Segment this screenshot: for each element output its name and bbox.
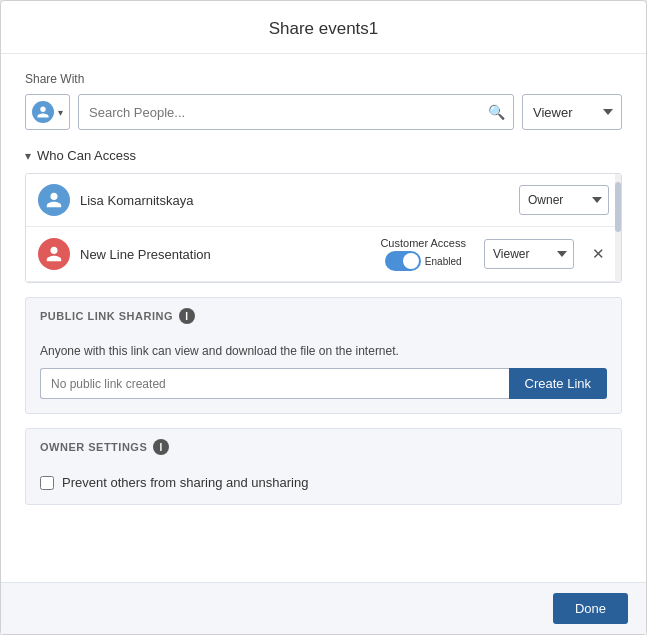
avatar-dropdown-chevron: ▾ (58, 107, 63, 118)
share-modal: Share events1 Share With ▾ 🔍 Viewer Edit… (0, 0, 647, 635)
role-select-newline[interactable]: Viewer Editor Owner (484, 239, 574, 269)
public-link-info-icon[interactable]: i (179, 308, 195, 324)
share-with-label: Share With (25, 72, 622, 86)
access-item-newline: New Line Presentation Customer Access En… (26, 227, 621, 282)
customer-access-wrap: Customer Access Enabled (380, 237, 466, 271)
person-avatar-icon (32, 101, 54, 123)
avatar-newline (38, 238, 70, 270)
remove-newline-button[interactable]: ✕ (588, 243, 609, 265)
public-link-description: Anyone with this link can view and downl… (40, 344, 607, 358)
owner-settings-content: Prevent others from sharing and unsharin… (26, 465, 621, 504)
who-can-access-header[interactable]: ▾ Who Can Access (25, 148, 622, 163)
access-list: Lisa Komarnitskaya Owner Editor Viewer N… (25, 173, 622, 283)
who-can-access-label: Who Can Access (37, 148, 136, 163)
link-input-row: Create Link (40, 368, 607, 399)
access-item-lisa: Lisa Komarnitskaya Owner Editor Viewer (26, 174, 621, 227)
public-link-section: PUBLIC LINK SHARING i Anyone with this l… (25, 297, 622, 414)
role-select-lisa[interactable]: Owner Editor Viewer (519, 185, 609, 215)
share-with-row: ▾ 🔍 Viewer Editor Owner (25, 94, 622, 130)
role-select[interactable]: Viewer Editor Owner (522, 94, 622, 130)
prevent-sharing-label: Prevent others from sharing and unsharin… (62, 475, 308, 490)
collapse-arrow-icon: ▾ (25, 149, 31, 163)
scrollbar-track (615, 174, 621, 282)
modal-title: Share events1 (1, 1, 646, 54)
avatar-lisa (38, 184, 70, 216)
toggle-enabled-label: Enabled (425, 256, 462, 267)
scrollbar-thumb (615, 182, 621, 232)
search-people-input[interactable] (78, 94, 514, 130)
owner-settings-section: OWNER SETTINGS i Prevent others from sha… (25, 428, 622, 505)
public-link-input[interactable] (40, 368, 509, 399)
prevent-sharing-wrap: Prevent others from sharing and unsharin… (40, 475, 308, 490)
prevent-sharing-checkbox[interactable] (40, 476, 54, 490)
owner-settings-info-icon[interactable]: i (153, 439, 169, 455)
modal-footer: Done (1, 582, 646, 634)
modal-body: Share With ▾ 🔍 Viewer Editor Owner ▾ (1, 54, 646, 582)
owner-settings-label: OWNER SETTINGS (40, 441, 147, 453)
create-link-button[interactable]: Create Link (509, 368, 607, 399)
customer-access-label: Customer Access (380, 237, 466, 249)
owner-settings-header: OWNER SETTINGS i (26, 429, 621, 465)
user-name-newline: New Line Presentation (80, 247, 370, 262)
avatar-type-dropdown[interactable]: ▾ (25, 94, 70, 130)
user-name-lisa: Lisa Komarnitskaya (80, 193, 509, 208)
done-button[interactable]: Done (553, 593, 628, 624)
toggle-wrap: Enabled (385, 251, 462, 271)
public-link-label: PUBLIC LINK SHARING (40, 310, 173, 322)
customer-access-toggle[interactable] (385, 251, 421, 271)
who-can-access-section: ▾ Who Can Access Lisa Komarnitskaya Owne… (25, 148, 622, 283)
search-people-wrap: 🔍 (78, 94, 514, 130)
public-link-content: Anyone with this link can view and downl… (26, 334, 621, 413)
public-link-header: PUBLIC LINK SHARING i (26, 298, 621, 334)
